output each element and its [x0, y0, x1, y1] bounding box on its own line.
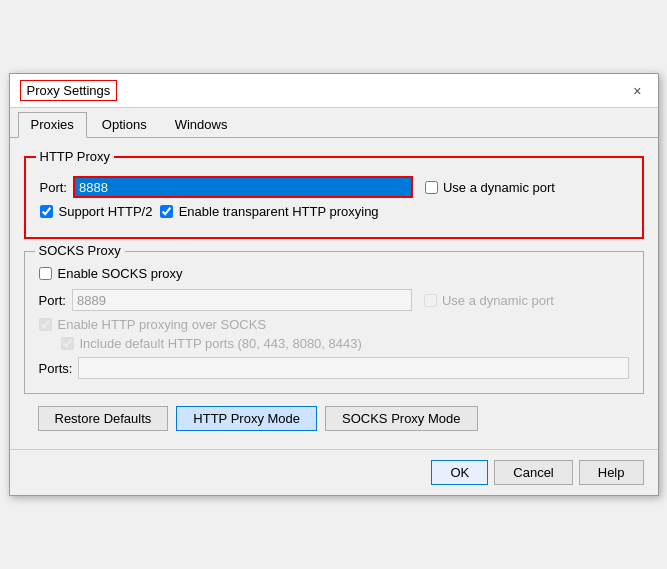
action-buttons-row: Restore Defaults HTTP Proxy Mode SOCKS P… [24, 406, 644, 431]
enable-transparent-checkbox[interactable] [160, 205, 173, 218]
socks-dynamic-port-check: Use a dynamic port [424, 293, 560, 308]
http-proxy-mode-button[interactable]: HTTP Proxy Mode [176, 406, 317, 431]
socks-port-row: Port: Use a dynamic port [39, 289, 629, 311]
http-proxy-group: HTTP Proxy Port: Use a dynamic port Supp… [24, 156, 644, 239]
include-default-ports-row: Include default HTTP ports (80, 443, 808… [61, 336, 629, 351]
socks-proxy-group-label: SOCKS Proxy [35, 243, 125, 258]
socks-port-label: Port: [39, 293, 66, 308]
enable-http-over-socks-row: Enable HTTP proxying over SOCKS [39, 317, 629, 332]
http-dynamic-port-checkbox[interactable] [425, 181, 438, 194]
socks-port-input[interactable] [72, 289, 412, 311]
bottom-bar: OK Cancel Help [10, 449, 658, 495]
tab-options[interactable]: Options [89, 112, 160, 137]
include-default-ports-label: Include default HTTP ports (80, 443, 808… [80, 336, 362, 351]
http-port-row: Port: Use a dynamic port [40, 176, 628, 198]
enable-http-over-socks-label: Enable HTTP proxying over SOCKS [58, 317, 267, 332]
tab-content: HTTP Proxy Port: Use a dynamic port Supp… [10, 138, 658, 443]
http-port-label: Port: [40, 180, 67, 195]
enable-socks-row: Enable SOCKS proxy [39, 266, 629, 281]
tab-proxies[interactable]: Proxies [18, 112, 87, 138]
http-proxy-group-label: HTTP Proxy [36, 149, 115, 164]
http-support-http2-row: Support HTTP/2 Enable transparent HTTP p… [40, 204, 628, 219]
cancel-button[interactable]: Cancel [494, 460, 572, 485]
title-bar: Proxy Settings × [10, 74, 658, 108]
socks-proxy-group: SOCKS Proxy Enable SOCKS proxy Port: Use… [24, 251, 644, 394]
enable-socks-label: Enable SOCKS proxy [58, 266, 183, 281]
socks-ports-row: Ports: [39, 357, 629, 379]
socks-ports-label: Ports: [39, 361, 73, 376]
enable-http-over-socks-checkbox[interactable] [39, 318, 52, 331]
socks-dynamic-port-checkbox[interactable] [424, 294, 437, 307]
tab-windows[interactable]: Windows [162, 112, 241, 137]
ok-button[interactable]: OK [431, 460, 488, 485]
http-dynamic-port-check: Use a dynamic port [425, 180, 561, 195]
dialog-title: Proxy Settings [20, 80, 118, 101]
http-dynamic-port-label: Use a dynamic port [443, 180, 555, 195]
enable-socks-checkbox[interactable] [39, 267, 52, 280]
include-default-ports-checkbox[interactable] [61, 337, 74, 350]
help-button[interactable]: Help [579, 460, 644, 485]
proxy-settings-dialog: Proxy Settings × Proxies Options Windows… [9, 73, 659, 496]
tab-bar: Proxies Options Windows [10, 108, 658, 138]
socks-ports-input[interactable] [78, 357, 628, 379]
support-http2-label: Support HTTP/2 [59, 204, 153, 219]
enable-transparent-label: Enable transparent HTTP proxying [179, 204, 379, 219]
restore-defaults-button[interactable]: Restore Defaults [38, 406, 169, 431]
close-button[interactable]: × [627, 81, 647, 101]
socks-proxy-mode-button[interactable]: SOCKS Proxy Mode [325, 406, 478, 431]
http-port-input[interactable] [73, 176, 413, 198]
socks-dynamic-port-label: Use a dynamic port [442, 293, 554, 308]
support-http2-checkbox[interactable] [40, 205, 53, 218]
